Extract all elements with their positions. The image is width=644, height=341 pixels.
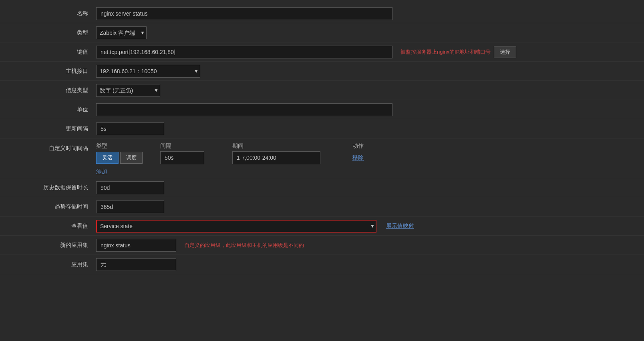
host-iface-label: 主机接口 [0,68,96,75]
trend-label: 趋势存储时间 [0,203,96,211]
value-select[interactable]: Service state [96,220,376,233]
interval-remove-link[interactable]: 移除 [352,154,364,161]
update-interval-label: 更新间隔 [0,125,96,132]
history-label: 历史数据保留时长 [0,184,96,191]
key-select-button[interactable]: 选择 [494,46,516,58]
custom-interval-label: 自定义时间间隔 [0,142,96,152]
info-type-select[interactable]: 数字 (无正负) [96,84,160,97]
interval-flexible-btn[interactable]: 灵活 [96,152,119,164]
type-select[interactable]: Zabbix 客户端 [96,26,147,39]
type-label: 类型 [0,29,96,36]
trend-input[interactable] [96,201,164,213]
interval-col-interval: 间隔 [160,142,232,150]
interval-col-period: 期间 [232,142,352,150]
app-input[interactable] [96,258,176,271]
key-input[interactable] [96,46,392,58]
value-mapping-link[interactable]: 展示值映射 [386,223,414,230]
key-annotation: 被监控服务器上nginx的IP地址和端口号 [400,48,491,56]
unit-input[interactable] [96,103,392,116]
host-iface-select[interactable]: 192.168.60.21：10050 [96,65,200,78]
interval-col-action: 动作 [352,142,392,150]
history-input[interactable] [96,181,164,194]
interval-col-type: 类型 [96,142,160,150]
app-label: 应用集 [0,261,96,268]
interval-add-link[interactable]: 添加 [96,168,107,175]
interval-schedule-btn[interactable]: 调度 [120,152,143,164]
update-interval-input[interactable] [96,122,164,135]
name-label: 名称 [0,10,96,17]
interval-period-input[interactable] [232,151,320,164]
app-set-input[interactable] [96,239,176,252]
name-input[interactable] [96,7,392,20]
app-set-label: 新的应用集 [0,242,96,249]
info-type-label: 信息类型 [0,87,96,94]
unit-label: 单位 [0,106,96,113]
value-label: 查看值 [0,223,96,230]
app-set-annotation: 自定义的应用级，此应用级和主机的应用级是不同的 [184,242,304,249]
interval-value-input[interactable] [160,151,204,164]
key-label: 键值 [0,48,96,56]
